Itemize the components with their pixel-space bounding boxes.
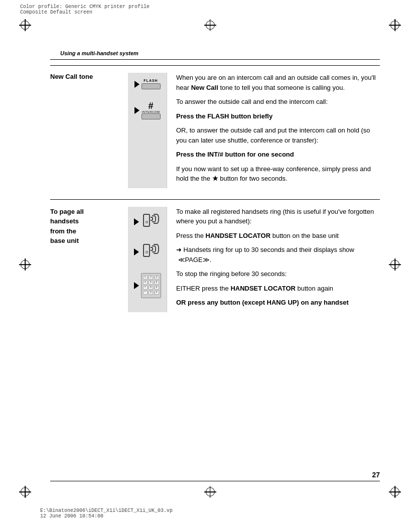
hash-symbol: # bbox=[148, 101, 153, 110]
key-7: 7 bbox=[143, 286, 148, 290]
key-3: 3 bbox=[155, 276, 159, 280]
arrow-keypad bbox=[134, 282, 139, 289]
reg-mark-tc bbox=[204, 19, 216, 31]
section1-label: New Call tone bbox=[50, 73, 128, 188]
s1-p1: When you are on an intercom call and an … bbox=[176, 73, 380, 92]
key-1: 1 bbox=[143, 276, 148, 280]
key-5: 5 bbox=[149, 281, 153, 285]
intercom-button-item: # INTERCOM bbox=[134, 101, 161, 119]
kp-row-2: 4 5 6 bbox=[143, 281, 159, 285]
s2-p3: ➜ Handsets ring for up to 30 seconds and… bbox=[176, 245, 380, 264]
key-hash: # bbox=[155, 291, 159, 295]
reg-mark-tl bbox=[19, 19, 31, 31]
arrow-flash bbox=[134, 81, 139, 88]
handset-icon-1 bbox=[141, 213, 161, 231]
reg-mark-bc bbox=[204, 486, 216, 498]
key-star: * bbox=[143, 291, 148, 295]
key-0: 0 bbox=[149, 291, 153, 295]
key-4: 4 bbox=[143, 281, 148, 285]
key-8: 8 bbox=[149, 286, 153, 290]
keypad-graphic: 1 2 3 4 5 6 7 8 9 * bbox=[141, 273, 161, 298]
s1-p3: Press the FLASH button briefly bbox=[176, 111, 380, 121]
page-header: Using a multi-handset system bbox=[60, 50, 138, 56]
content-area: New Call tone FLASH # INTERCOM bbox=[50, 65, 380, 319]
reg-mark-ml bbox=[19, 258, 31, 271]
section-new-call-tone: New Call tone FLASH # INTERCOM bbox=[50, 65, 380, 195]
s1-p6: If you now want to set up a three-way co… bbox=[176, 164, 380, 184]
handset-body-2 bbox=[143, 244, 150, 257]
reg-mark-bl bbox=[19, 486, 31, 498]
bottom-file-info: E:\Binatone2006\iDECT_X1i\iDECT_X1i_UK_0… bbox=[40, 508, 173, 519]
key-9: 9 bbox=[155, 286, 159, 290]
handset-dot-1 bbox=[146, 221, 148, 223]
section2-text: To make all registered handsets ring (th… bbox=[167, 207, 380, 312]
arrow-intercom bbox=[134, 107, 139, 114]
section2-images: 1 2 3 4 5 6 7 8 9 * bbox=[128, 207, 167, 312]
s1-p4: OR, to answer the outside call and put t… bbox=[176, 125, 380, 145]
reg-mark-tr bbox=[389, 19, 401, 31]
s2-p5: EITHER press the HANDSET LOCATOR button … bbox=[176, 284, 380, 294]
handset-locator-item2 bbox=[134, 243, 161, 261]
s2-p2: Press the HANDSET LOCATOR button on the … bbox=[176, 231, 380, 241]
wave3 bbox=[154, 214, 159, 224]
page-number: 27 bbox=[372, 471, 380, 479]
arrow-locator1 bbox=[134, 218, 139, 225]
s1-p5: Press the INT/# button for one second bbox=[176, 150, 380, 160]
s2-p4: To stop the ringing before 30 seconds: bbox=[176, 269, 380, 279]
handset-icon-2 bbox=[141, 243, 161, 261]
handset-body-1 bbox=[143, 214, 150, 227]
intercom-button-graphic: # INTERCOM bbox=[142, 101, 161, 119]
intercom-rect bbox=[142, 113, 161, 119]
wave6 bbox=[154, 244, 159, 254]
reg-mark-mr bbox=[389, 258, 401, 271]
flash-button-graphic: FLASH bbox=[142, 79, 161, 89]
section-page-handsets: To page all handsets from the base unit bbox=[50, 199, 380, 319]
reg-mark-br bbox=[389, 486, 401, 498]
keypad-item: 1 2 3 4 5 6 7 8 9 * bbox=[134, 273, 161, 298]
kp-row-4: * 0 # bbox=[143, 291, 159, 295]
print-profile-info: Color profile: Generic CMYK printer prof… bbox=[20, 4, 150, 15]
key-6: 6 bbox=[155, 281, 159, 285]
s1-p2: To answer the outside call and end the i… bbox=[176, 97, 380, 107]
flash-button-item: FLASH bbox=[134, 79, 161, 89]
section1-images: FLASH # INTERCOM bbox=[128, 73, 167, 188]
s2-p6: OR press any button (except HANG UP) on … bbox=[176, 298, 380, 308]
flash-rect bbox=[142, 83, 161, 89]
kp-row-1: 1 2 3 bbox=[143, 276, 159, 280]
kp-row-3: 7 8 9 bbox=[143, 286, 159, 290]
section1-text: When you are on an intercom call and an … bbox=[167, 73, 380, 188]
handset-locator-item1 bbox=[134, 213, 161, 231]
flash-label: FLASH bbox=[144, 79, 158, 82]
handset-dot-2 bbox=[146, 251, 148, 253]
header-rule bbox=[50, 59, 380, 60]
bottom-rule bbox=[50, 481, 380, 481]
key-2: 2 bbox=[149, 276, 153, 280]
s2-p1: To make all registered handsets ring (th… bbox=[176, 207, 380, 226]
arrow-locator2 bbox=[134, 248, 139, 255]
section2-label: To page all handsets from the base unit bbox=[50, 207, 128, 312]
